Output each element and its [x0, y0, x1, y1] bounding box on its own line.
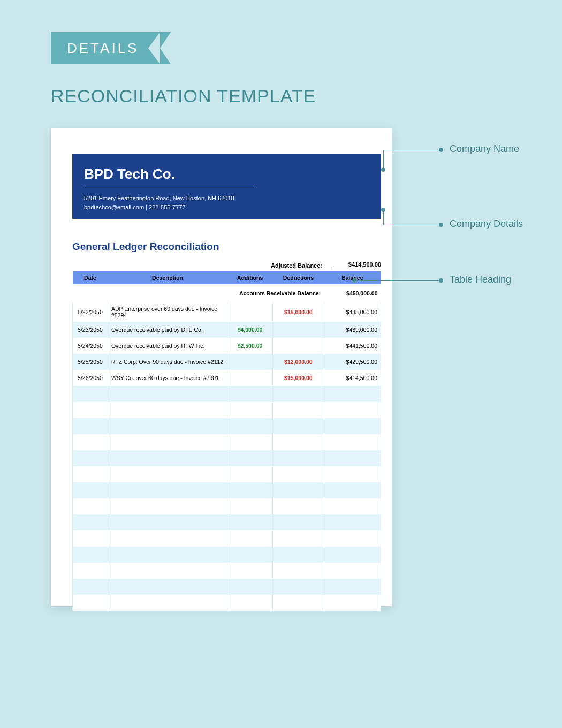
cell-deduction: $15,000.00	[273, 302, 324, 322]
table-row-empty	[73, 434, 381, 450]
company-address: 5201 Emery Featherington Road, New Bosto…	[84, 194, 369, 203]
th-deductions: Deductions	[273, 271, 324, 284]
callout-line	[383, 210, 384, 225]
cell-description: ADP Enterprise over 60 days due - Invoic…	[108, 302, 227, 322]
cell-deduction	[273, 322, 324, 338]
cell-balance: $435,000.00	[324, 302, 381, 322]
ledger-table: Date Description Additions Deductions Ba…	[72, 271, 381, 611]
table-row-empty	[73, 514, 381, 530]
cell-date: 5/24/2050	[73, 338, 108, 354]
cell-addition: $2,500.00	[227, 338, 273, 354]
callout-line	[383, 150, 384, 169]
cell-date: 5/25/2050	[73, 354, 108, 370]
callout-line	[383, 225, 441, 225]
ar-balance: $450,000.00	[324, 284, 381, 302]
table-row-empty	[73, 498, 381, 514]
company-header-block: BPD Tech Co. 5201 Emery Featherington Ro…	[72, 154, 381, 219]
table-row-empty	[73, 466, 381, 482]
company-contact: bpdtechco@email.com | 222-555-7777	[84, 203, 369, 212]
callout-company-details: Company Details	[450, 218, 523, 230]
details-ribbon: DETAILS	[51, 32, 160, 64]
company-name: BPD Tech Co.	[84, 166, 369, 183]
cell-addition	[227, 370, 273, 386]
callout-company-name: Company Name	[450, 143, 519, 155]
company-divider	[84, 188, 255, 188]
callout-line	[354, 280, 441, 281]
cell-balance: $441,500.00	[324, 338, 381, 354]
table-row-empty	[73, 530, 381, 547]
callout-table-heading: Table Heading	[450, 274, 511, 285]
cell-deduction: $12,000.00	[273, 354, 324, 370]
adjusted-balance-value: $414,500.00	[333, 261, 381, 269]
th-additions: Additions	[227, 271, 273, 284]
cell-description: RTZ Corp. Over 90 days due - Invoice #21…	[108, 354, 227, 370]
table-header-row: Date Description Additions Deductions Ba…	[73, 271, 381, 284]
cell-deduction: $15,000.00	[273, 370, 324, 386]
cell-date: 5/22/2050	[73, 302, 108, 322]
table-row-empty	[73, 418, 381, 434]
cell-addition	[227, 354, 273, 370]
table-row-empty	[73, 450, 381, 466]
page-title: RECONCILIATION TEMPLATE	[51, 86, 316, 107]
adjusted-balance-row: Adjusted Balance: $414,500.00	[72, 261, 381, 271]
cell-description: WSY Co. over 60 days due - Invoice #7901	[108, 370, 227, 386]
th-date: Date	[73, 271, 108, 284]
document-sheet: BPD Tech Co. 5201 Emery Featherington Ro…	[51, 128, 392, 606]
cell-description: Overdue receivable paid by DFE Co.	[108, 322, 227, 338]
cell-date: 5/23/2050	[73, 322, 108, 338]
ar-label: Accounts Receivable Balance:	[73, 284, 324, 302]
table-row-empty	[73, 579, 381, 595]
cell-balance: $439,000.00	[324, 322, 381, 338]
cell-description: Overdue receivable paid by HTW Inc.	[108, 338, 227, 354]
cell-addition: $4,000.00	[227, 322, 273, 338]
table-row: 5/26/2050WSY Co. over 60 days due - Invo…	[73, 370, 381, 386]
table-row-empty	[73, 547, 381, 563]
table-row: 5/24/2050Overdue receivable paid by HTW …	[73, 338, 381, 354]
callout-dot	[439, 148, 443, 152]
table-row: 5/23/2050Overdue receivable paid by DFE …	[73, 322, 381, 338]
table-row-empty	[73, 595, 381, 611]
callout-line	[383, 150, 441, 150]
table-row-empty	[73, 386, 381, 402]
cell-balance: $429,500.00	[324, 354, 381, 370]
accounts-receivable-row: Accounts Receivable Balance: $450,000.00	[73, 284, 381, 302]
callout-dot	[439, 223, 443, 227]
th-description: Description	[108, 271, 227, 284]
ledger-title: General Ledger Reconciliation	[72, 241, 219, 253]
table-row-empty	[73, 402, 381, 418]
th-balance: Balance	[324, 271, 381, 284]
table-row-empty	[73, 482, 381, 498]
ledger-table-wrap: Adjusted Balance: $414,500.00 Date Descr…	[72, 261, 381, 611]
cell-addition	[227, 302, 273, 322]
table-row-empty	[73, 563, 381, 579]
table-row: 5/25/2050RTZ Corp. Over 90 days due - In…	[73, 354, 381, 370]
ribbon-label: DETAILS	[67, 40, 139, 57]
cell-balance: $414,500.00	[324, 370, 381, 386]
cell-deduction	[273, 338, 324, 354]
adjusted-balance-label: Adjusted Balance:	[271, 262, 322, 269]
cell-date: 5/26/2050	[73, 370, 108, 386]
company-details: 5201 Emery Featherington Road, New Bosto…	[84, 194, 369, 211]
table-row: 5/22/2050ADP Enterprise over 60 days due…	[73, 302, 381, 322]
callout-dot	[439, 278, 443, 283]
